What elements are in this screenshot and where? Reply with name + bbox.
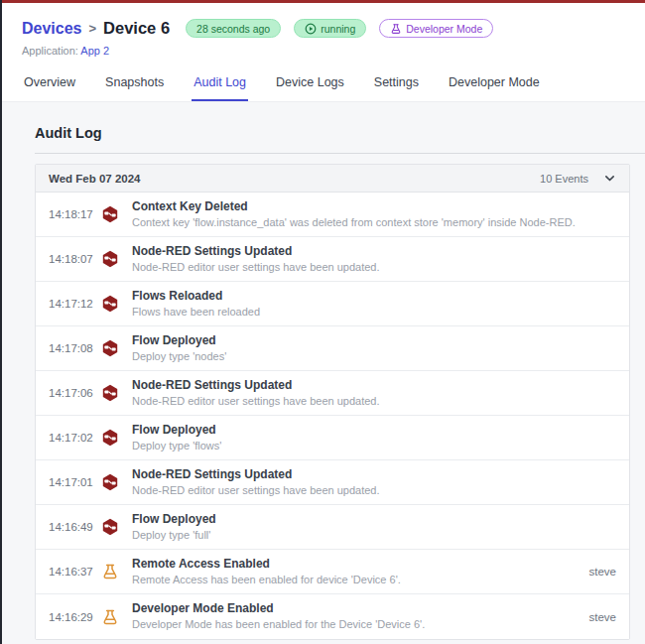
group-events-count: 10 Events	[540, 173, 588, 185]
tab-device-logs[interactable]: Device Logs	[274, 71, 346, 101]
node-red-icon	[101, 205, 119, 223]
audit-log-entry: 14:16:37 Remote Access Enabled Remote Ac…	[36, 550, 629, 594]
entry-user: steve	[581, 611, 617, 623]
audit-log-section: Audit Log Wed Feb 07 2024 10 Events 14:1…	[2, 102, 645, 640]
node-red-icon	[101, 473, 119, 491]
entry-description: Flows have been reloaded	[132, 306, 608, 319]
tab-developer-mode[interactable]: Developer Mode	[447, 71, 542, 101]
audit-log-entry: 14:17:01 Node-RED Settings Updated Node-…	[36, 460, 629, 505]
entry-title: Node-RED Settings Updated	[132, 244, 608, 258]
entry-title: Node-RED Settings Updated	[132, 378, 608, 392]
status-badge-label: running	[321, 23, 355, 35]
section-divider	[35, 153, 645, 154]
developer-mode-badge-label: Developer Mode	[406, 23, 482, 35]
audit-log-entry: 14:17:02 Flow Deployed Deploy type 'flow…	[36, 416, 629, 460]
entry-timestamp: 14:17:12	[49, 298, 92, 310]
entry-description: Node-RED editor user settings have been …	[132, 261, 608, 274]
flask-icon	[101, 608, 119, 626]
entry-timestamp: 14:18:07	[49, 253, 92, 265]
entry-timestamp: 14:16:37	[49, 566, 92, 578]
page-title-device-name: Device 6	[103, 19, 170, 38]
entry-title: Developer Mode Enabled	[132, 601, 581, 615]
entry-description: Deploy type 'flows'	[132, 440, 608, 452]
device-badges: 28 seconds ago running Developer Mode	[186, 19, 493, 38]
entry-timestamp: 14:17:01	[49, 476, 92, 488]
audit-log-entry: 14:17:12 Flows Reloaded Flows have been …	[36, 282, 629, 326]
entry-timestamp: 14:18:17	[49, 208, 92, 220]
breadcrumb-separator: >	[89, 21, 97, 36]
last-seen-badge: 28 seconds ago	[186, 19, 281, 38]
running-status-icon	[305, 23, 317, 35]
tab-overview[interactable]: Overview	[22, 71, 77, 101]
entry-timestamp: 14:16:29	[49, 611, 92, 623]
audit-log-entries: 14:18:17 Context Key Deleted Context key…	[36, 193, 629, 639]
application-link[interactable]: App 2	[80, 45, 109, 57]
entry-title: Flow Deployed	[132, 333, 608, 347]
entry-timestamp: 14:17:08	[49, 342, 92, 354]
breadcrumb: Devices > Device 6 28 seconds ago runnin…	[22, 19, 645, 38]
tab-settings[interactable]: Settings	[372, 71, 421, 101]
flask-icon	[101, 563, 119, 580]
entry-description: Context key 'flow.instance_data' was del…	[132, 216, 608, 229]
node-red-icon	[101, 295, 119, 313]
entry-title: Node-RED Settings Updated	[132, 467, 608, 481]
entry-description: Deploy type 'full'	[132, 529, 608, 542]
node-red-icon	[101, 429, 119, 447]
window-left-edge	[0, 0, 2, 644]
tab-snapshots[interactable]: Snapshots	[103, 71, 166, 101]
audit-log-entry: 14:16:49 Flow Deployed Deploy type 'full…	[36, 505, 629, 550]
entry-title: Remote Access Enabled	[132, 557, 581, 571]
entry-timestamp: 14:16:49	[49, 521, 92, 533]
entry-description: Node-RED editor user settings have been …	[132, 484, 608, 497]
last-seen-badge-label: 28 seconds ago	[196, 23, 270, 35]
device-header: Devices > Device 6 28 seconds ago runnin…	[2, 3, 645, 102]
audit-log-card: Wed Feb 07 2024 10 Events 14:18:17 Conte…	[35, 164, 630, 640]
entry-timestamp: 14:17:06	[49, 387, 92, 399]
window-top-edge	[0, 0, 645, 3]
status-badge: running	[294, 19, 366, 38]
node-red-icon	[101, 250, 119, 268]
entry-title: Flows Reloaded	[132, 289, 608, 303]
audit-log-entry: 14:18:07 Node-RED Settings Updated Node-…	[36, 237, 629, 282]
node-red-icon	[101, 518, 119, 536]
device-audit-page: Devices > Device 6 28 seconds ago runnin…	[2, 0, 645, 640]
group-date-label: Wed Feb 07 2024	[49, 173, 140, 185]
application-label: Application:	[22, 45, 78, 57]
breadcrumb-devices-link[interactable]: Devices	[22, 20, 82, 38]
entry-title: Flow Deployed	[132, 423, 608, 437]
audit-log-date-group-header[interactable]: Wed Feb 07 2024 10 Events	[36, 165, 629, 193]
entry-timestamp: 14:17:02	[49, 432, 92, 444]
developer-mode-badge[interactable]: Developer Mode	[379, 19, 493, 38]
application-line: Application: App 2	[22, 45, 645, 57]
tab-bar: OverviewSnapshotsAudit LogDevice LogsSet…	[22, 71, 645, 101]
entry-user: steve	[581, 566, 617, 578]
entry-description: Remote Access has been enabled for devic…	[132, 574, 581, 586]
audit-log-entry: 14:18:17 Context Key Deleted Context key…	[36, 193, 629, 237]
flask-icon	[390, 23, 402, 35]
tab-audit-log[interactable]: Audit Log	[192, 71, 248, 101]
entry-title: Flow Deployed	[132, 512, 608, 526]
entry-description: Node-RED editor user settings have been …	[132, 395, 608, 408]
node-red-icon	[101, 339, 119, 357]
entry-title: Context Key Deleted	[132, 199, 608, 213]
audit-log-entry: 14:17:08 Flow Deployed Deploy type 'node…	[36, 326, 629, 371]
node-red-icon	[101, 384, 119, 402]
section-title: Audit Log	[35, 125, 645, 141]
audit-log-entry: 14:16:29 Developer Mode Enabled Develope…	[36, 594, 629, 639]
chevron-down-icon[interactable]	[603, 172, 616, 185]
audit-log-entry: 14:17:06 Node-RED Settings Updated Node-…	[36, 371, 629, 416]
entry-description: Deploy type 'nodes'	[132, 350, 608, 363]
entry-description: Developer Mode has been enabled for the …	[132, 618, 581, 631]
